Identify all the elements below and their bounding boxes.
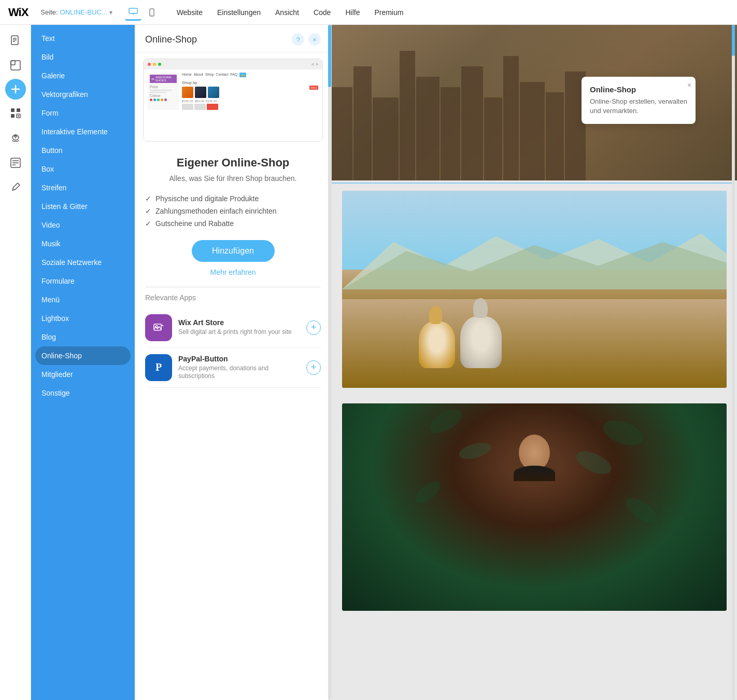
panel-item-soziale[interactable]: Soziale Netzwerke <box>31 253 135 272</box>
sale-badge: SALE <box>309 86 318 90</box>
panel-item-blog[interactable]: Blog <box>31 328 135 346</box>
add-online-shop-button[interactable]: Hinzufügen <box>192 240 275 262</box>
svg-point-29 <box>426 404 465 438</box>
tooltip-close-button[interactable]: × <box>687 81 691 89</box>
checklist-item-2: ✓ Zahlungsmethoden einfach einrichten <box>145 205 321 217</box>
menu-item-website[interactable]: Website <box>177 8 203 17</box>
app-name-paypal: PayPal-Button <box>178 355 300 363</box>
device-switcher <box>125 4 160 21</box>
add-elements-button[interactable] <box>5 79 26 100</box>
panel-item-lightbox[interactable]: Lightbox <box>31 309 135 328</box>
panel-item-sonstige[interactable]: Sonstige <box>31 384 135 402</box>
app-item-paypal: P PayPal-Button Accept payments, donatio… <box>145 348 321 388</box>
panel-item-menu[interactable]: Menü <box>31 290 135 309</box>
media-button[interactable] <box>4 54 27 77</box>
canvas-scrollbar[interactable] <box>732 25 735 700</box>
panel-item-button[interactable]: Button <box>31 141 135 160</box>
panel-item-galerie[interactable]: Galerie <box>31 66 135 85</box>
site-chevron-icon[interactable]: ▾ <box>109 9 112 16</box>
preview-shop-content: ∞ AWESOMESHOES Price Colour <box>144 69 322 113</box>
relevant-apps-label: Relevante Apps <box>145 293 321 302</box>
menu-item-premium[interactable]: Premium <box>374 8 403 17</box>
detail-main-title: Eigener Online-Shop <box>145 156 321 170</box>
panel-scroll-thumb <box>328 25 331 87</box>
preview-product-2 <box>195 87 206 98</box>
preview-mock: < > ∞ AWESOMESHOES Price Colour <box>144 59 322 141</box>
svg-point-30 <box>600 416 646 450</box>
panel-item-streifen[interactable]: Streifen <box>31 178 135 197</box>
panel-item-form[interactable]: Form <box>31 104 135 122</box>
panel-item-listen[interactable]: Listen & Gitter <box>31 197 135 216</box>
svg-rect-14 <box>17 108 20 112</box>
preview-logo: ∞ AWESOMESHOES <box>150 75 177 83</box>
site-info: Seite: ONLINE-BUC... ▾ <box>40 8 112 16</box>
panel-item-vektorgrafiken[interactable]: Vektorgrafiken <box>31 85 135 104</box>
menu-item-code[interactable]: Code <box>314 8 331 17</box>
canvas-divider-line <box>332 183 732 184</box>
detail-preview: < > ∞ AWESOMESHOES Price Colour <box>143 59 323 142</box>
canvas-scroll-thumb <box>732 25 735 56</box>
svg-rect-0 <box>129 8 137 13</box>
detail-panel-body: Eigener Online-Shop Alles, was Sie für I… <box>135 148 331 396</box>
check-icon-2: ✓ <box>145 207 151 215</box>
app-icon-art-store <box>145 314 172 341</box>
horses-background <box>342 191 727 388</box>
detail-help-button[interactable]: ? <box>292 33 304 46</box>
panel-item-formulare[interactable]: Formulare <box>31 272 135 290</box>
panel-item-musik[interactable]: Musik <box>31 234 135 253</box>
icon-sidebar <box>0 25 31 700</box>
app-add-paypal-button[interactable]: + <box>306 360 321 375</box>
menu-item-hilfe[interactable]: Hilfe <box>345 8 360 17</box>
detail-subtitle: Alles, was Sie für Ihren Shop brauchen. <box>145 174 321 184</box>
detail-header-icons: ? × <box>292 33 321 46</box>
site-name-link[interactable]: ONLINE-BUC... <box>60 8 107 16</box>
svg-point-33 <box>412 478 444 508</box>
detail-checklist: ✓ Physische und digitale Produkte ✓ Zahl… <box>145 192 321 230</box>
panel-item-video[interactable]: Video <box>31 216 135 234</box>
svg-point-32 <box>573 446 615 479</box>
tooltip-text: Online-Shop erstellen, verwalten und ver… <box>590 97 687 116</box>
app-info-paypal: PayPal-Button Accept payments, donations… <box>178 355 300 381</box>
svg-rect-10 <box>11 61 15 65</box>
svg-point-4 <box>151 14 152 15</box>
svg-rect-15 <box>11 114 15 118</box>
panel-item-mitglieder[interactable]: Mitglieder <box>31 365 135 384</box>
canvas-background <box>332 25 737 700</box>
preview-sidebar: ∞ AWESOMESHOES Price Colour <box>148 73 179 110</box>
app-add-art-store-button[interactable]: + <box>306 320 321 335</box>
app-desc-art-store: Sell digital art & prints right from you… <box>178 328 300 337</box>
panel-item-bild[interactable]: Bild <box>31 48 135 66</box>
detail-divider <box>145 287 321 287</box>
preview-maximize-dot <box>158 63 161 66</box>
svg-point-31 <box>457 440 493 462</box>
mobile-view-button[interactable] <box>144 4 160 21</box>
panel-scrollbar[interactable] <box>328 25 331 700</box>
checklist-item-1: ✓ Physische und digitale Produkte <box>145 192 321 205</box>
upload-button[interactable] <box>4 127 27 149</box>
app-item-art-store: Wix Art Store Sell digital art & prints … <box>145 308 321 348</box>
desktop-view-button[interactable] <box>125 4 141 21</box>
detail-panel-header: Online-Shop ? × <box>135 25 331 52</box>
person-background <box>342 403 727 611</box>
main-area: Text Bild Galerie Vektorgrafiken Form In… <box>0 25 737 700</box>
panel-item-text[interactable]: Text <box>31 29 135 48</box>
preview-product-3 <box>208 87 219 98</box>
pages-button[interactable] <box>4 29 27 52</box>
panel-item-box[interactable]: Box <box>31 160 135 178</box>
panel-item-interaktive[interactable]: Interaktive Elemente <box>31 122 135 141</box>
preview-close-dot <box>148 63 151 66</box>
menu-item-einstellungen[interactable]: Einstellungen <box>217 8 261 17</box>
add-panel: Text Bild Galerie Vektorgrafiken Form In… <box>31 25 135 700</box>
learn-more-link[interactable]: Mehr erfahren <box>145 268 321 276</box>
detail-close-button[interactable]: × <box>308 33 321 46</box>
editor-button[interactable] <box>4 176 27 199</box>
panel-item-online-shop[interactable]: Online-Shop <box>35 346 131 365</box>
preview-products <box>182 87 318 98</box>
blog-button[interactable] <box>4 151 27 174</box>
app-market-button[interactable] <box>4 102 27 124</box>
svg-rect-13 <box>11 108 15 112</box>
menu-item-ansicht[interactable]: Ansicht <box>275 8 299 17</box>
top-navigation: WiX Seite: ONLINE-BUC... ▾ Website Einst… <box>0 0 737 25</box>
site-label: Seite: <box>40 8 58 16</box>
preview-main: HomeAboutShopContactFAQ 🔒 Shop by SALE <box>182 73 318 110</box>
